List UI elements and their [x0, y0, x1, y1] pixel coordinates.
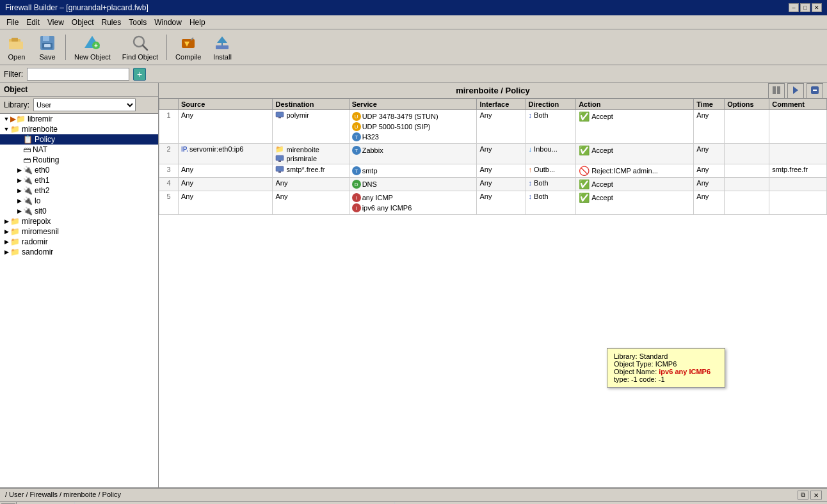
- tree-item-mirepoix[interactable]: ▶ 📁 mirepoix: [0, 216, 158, 226]
- comment-5: [769, 191, 827, 215]
- menubar-object[interactable]: Object: [68, 17, 98, 28]
- install-button[interactable]: Install: [208, 32, 236, 63]
- tree-item-miromesnil[interactable]: ▶ 📁 miromesnil: [0, 226, 158, 237]
- new-object-button[interactable]: + New Object: [70, 32, 115, 63]
- tree-item-routing[interactable]: 🗃 Routing: [0, 155, 158, 165]
- folder-icon-mirepoix: 📁: [10, 217, 20, 226]
- service-label-dns: DNS: [362, 180, 377, 188]
- iface-icon-lo: 🔌: [23, 196, 33, 205]
- close-button[interactable]: ✕: [812, 3, 822, 12]
- interface-4: Any: [477, 178, 526, 191]
- destination-3: smtp*.free.fr: [273, 164, 349, 178]
- monitor-icon-smtp: [275, 166, 284, 173]
- action-4: ✅ Accept: [576, 178, 694, 191]
- tree-label-miromesnil: miromesnil: [22, 227, 59, 236]
- find-object-button[interactable]: Find Object: [118, 32, 163, 63]
- expand-icon-eth0[interactable]: ▶: [15, 167, 23, 173]
- menubar-tools[interactable]: Tools: [125, 17, 150, 28]
- svg-rect-4: [43, 36, 49, 41]
- policy-tool-button-1[interactable]: [768, 83, 785, 98]
- tree-item-libremir[interactable]: ▼ ▶📁 libremir: [0, 114, 158, 124]
- object-tree: ▼ ▶📁 libremir ▼ 📁 mirenboite 📋 Policy 🗃 …: [0, 114, 158, 487]
- expand-icon-eth1[interactable]: ▶: [15, 177, 23, 184]
- policy-tool-button-2[interactable]: [787, 83, 804, 98]
- minimize-button[interactable]: –: [789, 3, 799, 12]
- expand-icon-mirenboite[interactable]: ▼: [3, 126, 10, 132]
- library-select[interactable]: User Standard: [33, 98, 136, 111]
- comment-3: smtp.free.fr: [769, 164, 827, 178]
- filter-input[interactable]: [27, 68, 129, 81]
- service-2: T Zabbix: [349, 144, 477, 164]
- menubar-help[interactable]: Help: [186, 17, 209, 28]
- expand-icon-sit0[interactable]: ▶: [15, 208, 23, 214]
- tree-item-eth0[interactable]: ▶ 🔌 eth0: [0, 165, 158, 175]
- policy-tool-button-3[interactable]: [807, 83, 823, 98]
- tree-item-lo[interactable]: ▶ 🔌 lo: [0, 196, 158, 206]
- tree-item-policy[interactable]: 📋 Policy: [0, 134, 158, 145]
- menubar-rules[interactable]: Rules: [98, 17, 125, 28]
- options-2: [725, 144, 769, 164]
- tree-item-eth1[interactable]: ▶ 🔌 eth1: [0, 175, 158, 185]
- expand-icon-sandomir[interactable]: ▶: [3, 249, 10, 255]
- toolbar: Open Save + New Object Find Object Compi…: [0, 29, 827, 65]
- menubar-file[interactable]: File: [3, 17, 22, 28]
- tree-label-mirepoix: mirepoix: [22, 217, 51, 226]
- bottom-toolbar-buttons: ⧉ ✕: [798, 491, 822, 500]
- tree-item-mirenboite[interactable]: ▼ 📁 mirenboite: [0, 124, 158, 134]
- menubar-view[interactable]: View: [44, 17, 68, 28]
- rules-table-wrap[interactable]: Source Destination Service Interface Dir…: [159, 98, 827, 487]
- tree-item-nat[interactable]: 🗃 NAT: [0, 145, 158, 155]
- svg-rect-28: [278, 171, 281, 173]
- tooltip-object-type: ICMP6: [655, 360, 677, 368]
- direction-1: ↕ Both: [526, 110, 576, 144]
- svg-rect-18: [773, 86, 776, 94]
- svg-rect-24: [278, 117, 281, 118]
- expand-icon-eth2[interactable]: ▶: [15, 187, 23, 194]
- col-destination: Destination: [273, 99, 349, 110]
- expand-icon-lo[interactable]: ▶: [15, 198, 23, 204]
- tooltip-object-name-row: Object Name: ipv6 any ICMP6: [614, 368, 718, 375]
- expand-icon-mirepoix[interactable]: ▶: [3, 218, 10, 224]
- folder-icon-radomir: 📁: [10, 237, 20, 246]
- compile-button[interactable]: Compile: [171, 32, 205, 63]
- filter-add-button[interactable]: +: [133, 68, 146, 81]
- tree-item-eth2[interactable]: ▶ 🔌 eth2: [0, 185, 158, 196]
- expand-icon-radomir[interactable]: ▶: [3, 239, 10, 245]
- tree-item-sandomir[interactable]: ▶ 📁 sandomir: [0, 247, 158, 257]
- tree-item-sit0[interactable]: ▶ 🔌 sit0: [0, 206, 158, 216]
- svg-rect-26: [278, 161, 281, 162]
- options-4: [725, 178, 769, 191]
- reject-icon-3: 🚫: [579, 166, 590, 176]
- svg-rect-23: [276, 112, 284, 117]
- destination-5: Any: [273, 191, 349, 215]
- time-1: Any: [694, 110, 725, 144]
- interface-5: Any: [477, 191, 526, 215]
- library-bar: Library: User Standard: [0, 97, 158, 114]
- menubar-window[interactable]: Window: [150, 17, 186, 28]
- expand-icon-libremir[interactable]: ▼: [3, 116, 10, 122]
- filter-label: Filter:: [4, 70, 23, 79]
- expand-icon-miromesnil[interactable]: ▶: [3, 228, 10, 235]
- icmp-icon-2: I: [352, 203, 361, 212]
- library-label: Library:: [4, 100, 29, 109]
- maximize-button[interactable]: □: [800, 3, 810, 12]
- open-button[interactable]: Open: [3, 32, 31, 63]
- options-3: [725, 164, 769, 178]
- svg-rect-6: [44, 44, 51, 47]
- save-button[interactable]: Save: [33, 32, 61, 63]
- bottom-restore-btn[interactable]: ⧉: [798, 491, 808, 500]
- ip6-icon: IP.: [181, 146, 188, 153]
- service-4: D DNS: [349, 178, 477, 191]
- rule-num-4: 4: [159, 178, 179, 191]
- tooltip-type-code: type: -1 code: -1: [614, 375, 718, 383]
- service-label-ipv6-icmp: ipv6 any ICMP6: [362, 204, 412, 212]
- tooltip-object-name-label: Object Name:: [614, 368, 657, 375]
- policy-icon: 📋: [23, 135, 33, 144]
- bottom-close-btn[interactable]: ✕: [810, 491, 822, 500]
- menubar-edit[interactable]: Edit: [22, 17, 44, 28]
- svg-text:+: +: [94, 42, 98, 49]
- expand-icon-routing: [15, 157, 23, 163]
- tree-item-radomir[interactable]: ▶ 📁 radomir: [0, 237, 158, 247]
- rule-num-2: 2: [159, 144, 179, 164]
- titlebar: Firewall Builder – [gnurandal+placard.fw…: [0, 0, 827, 15]
